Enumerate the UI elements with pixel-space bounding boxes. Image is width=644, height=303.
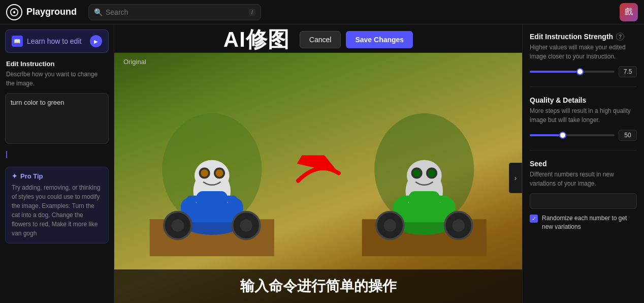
svg-rect-28 [409, 191, 440, 216]
center-content: AI修图 Cancel Save Changes Original [114, 24, 522, 303]
original-label: Original [123, 58, 146, 66]
search-input[interactable] [106, 8, 246, 16]
pro-tip-box: ✦ Pro Tip Try adding, removing, or think… [5, 167, 109, 244]
cursor-placeholder [0, 149, 114, 164]
left-sidebar: 📖 Learn how to edit ▶ Edit Instruction D… [0, 24, 114, 303]
svg-rect-29 [399, 195, 418, 201]
page-title: AI修图 [223, 25, 289, 54]
play-icon: ▶ [90, 35, 102, 47]
strength-slider-fill [530, 71, 576, 73]
learn-btn-label: Learn how to edit [27, 37, 81, 45]
strength-desc: Higher values will make your edited imag… [530, 43, 637, 61]
strength-section: Edit Instruction Strength ? Higher value… [530, 33, 637, 77]
before-image [135, 85, 289, 265]
seed-desc: Different numbers result in new variatio… [530, 170, 637, 188]
strength-slider-thumb[interactable] [576, 68, 584, 75]
cancel-button[interactable]: Cancel [300, 31, 341, 48]
subtitle-text: 输入命令进行简单的操作 [240, 278, 397, 294]
edit-instruction-desc: Describe how you want to change the imag… [0, 70, 114, 93]
star-icon: ✦ [12, 172, 17, 180]
quality-title: Quality & Details [530, 96, 637, 104]
svg-point-17 [216, 169, 223, 177]
svg-point-24 [452, 219, 465, 232]
strength-title: Edit Instruction Strength ? [530, 33, 637, 41]
strength-slider-row: 7.5 [530, 66, 637, 77]
svg-point-34 [413, 169, 421, 177]
randomize-checkbox[interactable]: ✓ [530, 215, 538, 223]
divider-2 [530, 150, 637, 150]
pro-tip-header: ✦ Pro Tip [12, 172, 102, 180]
expand-panel-button[interactable]: › [509, 163, 522, 193]
svg-point-26 [384, 219, 397, 232]
logo-area: Playground [6, 4, 82, 20]
edit-instruction-title: Edit Instruction [0, 60, 114, 70]
avatar[interactable]: 戲 [620, 3, 638, 21]
search-bar[interactable]: 🔍 / [88, 4, 261, 20]
check-icon: ✓ [532, 216, 536, 222]
save-button[interactable]: Save Changes [346, 31, 413, 48]
seed-input[interactable] [530, 193, 637, 209]
image-canvas: 输入命令进行简单的操作 [114, 53, 522, 303]
randomize-row: ✓ Randomize each number to get new varia… [530, 214, 637, 231]
strength-slider-track[interactable] [530, 71, 615, 73]
svg-rect-10 [197, 191, 228, 216]
image-area: Original [114, 53, 522, 303]
edit-instruction-input[interactable]: turn color to green [5, 93, 109, 144]
book-icon: 📖 [12, 36, 23, 47]
logo-icon [6, 4, 22, 20]
main-layout: 📖 Learn how to edit ▶ Edit Instruction D… [0, 24, 644, 303]
svg-rect-12 [218, 195, 237, 201]
svg-point-16 [201, 169, 209, 177]
svg-rect-30 [431, 195, 449, 201]
topbar: Playground 🔍 / 戲 [0, 0, 644, 24]
pro-tip-text: Try adding, removing, or thinking of sty… [12, 183, 102, 238]
after-image [347, 85, 502, 265]
quality-slider-thumb[interactable] [559, 132, 566, 139]
right-sidebar: Edit Instruction Strength ? Higher value… [522, 24, 644, 303]
arrow-icon [296, 156, 341, 193]
search-shortcut: / [249, 9, 255, 16]
quality-slider-row: 50 [530, 130, 637, 141]
search-icon: 🔍 [94, 8, 103, 16]
quality-desc: More steps will result in a high quality… [530, 106, 637, 125]
quality-slider-fill [530, 134, 559, 136]
center-header: AI修图 Cancel Save Changes [114, 24, 522, 53]
divider-1 [530, 86, 637, 87]
svg-point-6 [240, 219, 253, 232]
quality-section: Quality & Details More steps will result… [530, 96, 637, 141]
svg-rect-11 [187, 195, 206, 201]
seed-section: Seed Different numbers result in new var… [530, 160, 637, 231]
quality-value: 50 [619, 130, 637, 141]
svg-point-8 [172, 219, 184, 232]
strength-info-icon[interactable]: ? [616, 33, 624, 41]
svg-point-35 [428, 169, 436, 177]
seed-title: Seed [530, 160, 637, 168]
logo-text: Playground [26, 7, 77, 17]
strength-value: 7.5 [619, 66, 637, 77]
quality-slider-track[interactable] [530, 134, 615, 136]
subtitle-overlay: 输入命令进行简单的操作 [114, 269, 522, 303]
topbar-right: 戲 [620, 3, 638, 21]
header-buttons: Cancel Save Changes [300, 31, 413, 48]
learn-how-to-edit-button[interactable]: 📖 Learn how to edit ▶ [5, 29, 109, 53]
randomize-label: Randomize each number to get new variati… [542, 214, 637, 231]
